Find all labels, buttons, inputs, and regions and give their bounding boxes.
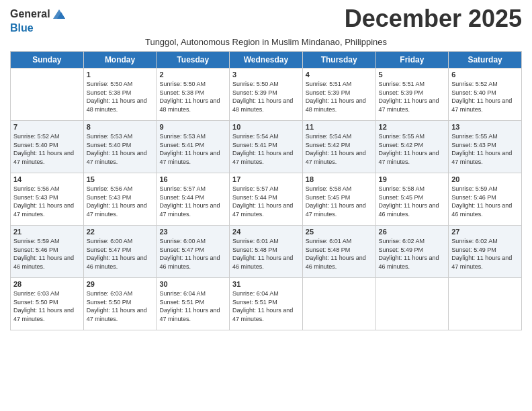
calendar-cell: 2 Sunrise: 5:50 AM Sunset: 5:38 PM Dayli…	[157, 68, 230, 121]
logo-blue: Blue	[10, 21, 34, 34]
calendar-cell: 14 Sunrise: 5:56 AM Sunset: 5:43 PM Dayl…	[11, 173, 84, 226]
day-info: Sunrise: 5:51 AM Sunset: 5:39 PM Dayligh…	[306, 80, 373, 113]
day-number: 6	[451, 71, 519, 79]
sunrise-text: Sunrise: 5:58 AM	[306, 185, 373, 193]
daylight-text: Daylight: 11 hours and 47 minutes.	[451, 97, 519, 113]
calendar-cell: 22 Sunrise: 6:00 AM Sunset: 5:47 PM Dayl…	[83, 226, 157, 278]
daylight-text: Daylight: 11 hours and 47 minutes.	[232, 149, 300, 166]
sunrise-text: Sunrise: 5:50 AM	[159, 80, 226, 89]
sunrise-text: Sunrise: 5:54 AM	[232, 132, 300, 141]
day-number: 28	[13, 280, 81, 288]
sunset-text: Sunset: 5:41 PM	[159, 141, 226, 150]
day-header-friday: Friday	[375, 52, 449, 68]
calendar-cell: 13 Sunrise: 5:55 AM Sunset: 5:43 PM Dayl…	[449, 121, 522, 173]
day-number: 12	[379, 123, 446, 131]
daylight-text: Daylight: 11 hours and 47 minutes.	[13, 306, 81, 323]
sunset-text: Sunset: 5:42 PM	[306, 141, 373, 150]
day-info: Sunrise: 5:53 AM Sunset: 5:40 PM Dayligh…	[87, 132, 154, 166]
day-number: 26	[379, 228, 446, 236]
calendar-cell: 20 Sunrise: 5:59 AM Sunset: 5:46 PM Dayl…	[449, 173, 522, 226]
days-header-row: SundayMondayTuesdayWednesdayThursdayFrid…	[11, 52, 522, 68]
sunrise-text: Sunrise: 5:51 AM	[379, 80, 446, 89]
day-info: Sunrise: 6:00 AM Sunset: 5:47 PM Dayligh…	[159, 237, 226, 271]
day-info: Sunrise: 6:03 AM Sunset: 5:50 PM Dayligh…	[87, 289, 154, 323]
sunrise-text: Sunrise: 5:55 AM	[451, 132, 519, 141]
sunset-text: Sunset: 5:43 PM	[451, 141, 519, 150]
sunset-text: Sunset: 5:43 PM	[87, 193, 154, 202]
day-number: 19	[379, 175, 446, 183]
day-info: Sunrise: 6:04 AM Sunset: 5:51 PM Dayligh…	[232, 289, 300, 323]
calendar-cell: 24 Sunrise: 6:01 AM Sunset: 5:48 PM Dayl…	[230, 226, 303, 278]
daylight-text: Daylight: 11 hours and 47 minutes.	[306, 149, 373, 166]
day-info: Sunrise: 6:02 AM Sunset: 5:49 PM Dayligh…	[451, 237, 519, 271]
sunset-text: Sunset: 5:43 PM	[13, 193, 81, 202]
sunset-text: Sunset: 5:39 PM	[379, 89, 446, 97]
day-number: 8	[87, 123, 154, 131]
day-header-tuesday: Tuesday	[157, 52, 230, 68]
calendar-cell: 4 Sunrise: 5:51 AM Sunset: 5:39 PM Dayli…	[302, 68, 375, 121]
sunset-text: Sunset: 5:49 PM	[379, 246, 446, 255]
day-info: Sunrise: 6:01 AM Sunset: 5:48 PM Dayligh…	[232, 237, 300, 271]
sunset-text: Sunset: 5:45 PM	[306, 193, 373, 202]
day-number: 4	[306, 71, 373, 79]
calendar-cell: 6 Sunrise: 5:52 AM Sunset: 5:40 PM Dayli…	[449, 68, 522, 121]
sunset-text: Sunset: 5:38 PM	[87, 89, 154, 97]
sunrise-text: Sunrise: 6:01 AM	[232, 237, 300, 246]
logo-general: General	[10, 7, 50, 20]
sunset-text: Sunset: 5:47 PM	[159, 246, 226, 255]
sunrise-text: Sunrise: 5:56 AM	[13, 185, 81, 193]
day-info: Sunrise: 5:51 AM Sunset: 5:39 PM Dayligh…	[379, 80, 446, 113]
calendar-cell	[11, 68, 84, 121]
daylight-text: Daylight: 11 hours and 48 minutes.	[306, 97, 373, 113]
header: General Blue December 2025	[10, 7, 522, 34]
day-number: 17	[232, 175, 300, 183]
day-number: 27	[451, 228, 519, 236]
sunrise-text: Sunrise: 5:54 AM	[306, 132, 373, 141]
day-number: 30	[159, 280, 226, 288]
day-info: Sunrise: 5:58 AM Sunset: 5:45 PM Dayligh…	[379, 185, 446, 218]
day-info: Sunrise: 6:03 AM Sunset: 5:50 PM Dayligh…	[13, 289, 81, 323]
daylight-text: Daylight: 11 hours and 47 minutes.	[232, 201, 300, 218]
daylight-text: Daylight: 11 hours and 47 minutes.	[13, 201, 81, 218]
calendar-cell	[449, 278, 522, 330]
sunset-text: Sunset: 5:41 PM	[232, 141, 300, 150]
sunrise-text: Sunrise: 6:02 AM	[451, 237, 519, 246]
sunrise-text: Sunrise: 5:52 AM	[13, 132, 81, 141]
sunset-text: Sunset: 5:39 PM	[232, 89, 300, 97]
week-row-1: 1 Sunrise: 5:50 AM Sunset: 5:38 PM Dayli…	[11, 68, 522, 121]
day-info: Sunrise: 5:50 AM Sunset: 5:38 PM Dayligh…	[159, 80, 226, 113]
day-number: 10	[232, 123, 300, 131]
sunset-text: Sunset: 5:42 PM	[379, 141, 446, 150]
sunrise-text: Sunrise: 5:59 AM	[13, 237, 81, 246]
sunrise-text: Sunrise: 5:53 AM	[87, 132, 154, 141]
sunrise-text: Sunrise: 5:50 AM	[232, 80, 300, 89]
sunrise-text: Sunrise: 6:03 AM	[13, 289, 81, 298]
calendar-cell: 7 Sunrise: 5:52 AM Sunset: 5:40 PM Dayli…	[11, 121, 84, 173]
calendar-cell: 10 Sunrise: 5:54 AM Sunset: 5:41 PM Dayl…	[230, 121, 303, 173]
day-number: 2	[159, 71, 226, 79]
sunrise-text: Sunrise: 5:57 AM	[232, 185, 300, 193]
logo-icon	[52, 7, 66, 21]
week-row-4: 21 Sunrise: 5:59 AM Sunset: 5:46 PM Dayl…	[11, 226, 522, 278]
day-info: Sunrise: 6:00 AM Sunset: 5:47 PM Dayligh…	[87, 237, 154, 271]
subtitle: Tunggol, Autonomous Region in Muslim Min…	[10, 37, 522, 47]
day-info: Sunrise: 5:54 AM Sunset: 5:41 PM Dayligh…	[232, 132, 300, 166]
week-row-5: 28 Sunrise: 6:03 AM Sunset: 5:50 PM Dayl…	[11, 278, 522, 330]
sunset-text: Sunset: 5:50 PM	[87, 298, 154, 307]
sunset-text: Sunset: 5:39 PM	[306, 89, 373, 97]
day-number: 31	[232, 280, 300, 288]
day-info: Sunrise: 5:52 AM Sunset: 5:40 PM Dayligh…	[451, 80, 519, 113]
week-row-3: 14 Sunrise: 5:56 AM Sunset: 5:43 PM Dayl…	[11, 173, 522, 226]
daylight-text: Daylight: 11 hours and 46 minutes.	[379, 254, 446, 271]
day-number: 22	[87, 228, 154, 236]
daylight-text: Daylight: 11 hours and 47 minutes.	[451, 254, 519, 271]
daylight-text: Daylight: 11 hours and 48 minutes.	[232, 97, 300, 113]
day-info: Sunrise: 5:57 AM Sunset: 5:44 PM Dayligh…	[159, 185, 226, 218]
sunset-text: Sunset: 5:48 PM	[232, 246, 300, 255]
sunrise-text: Sunrise: 5:53 AM	[159, 132, 226, 141]
calendar-cell: 28 Sunrise: 6:03 AM Sunset: 5:50 PM Dayl…	[11, 278, 84, 330]
day-number: 29	[87, 280, 154, 288]
day-info: Sunrise: 5:55 AM Sunset: 5:42 PM Dayligh…	[379, 132, 446, 166]
month-title: December 2025	[345, 7, 522, 31]
sunrise-text: Sunrise: 5:55 AM	[379, 132, 446, 141]
